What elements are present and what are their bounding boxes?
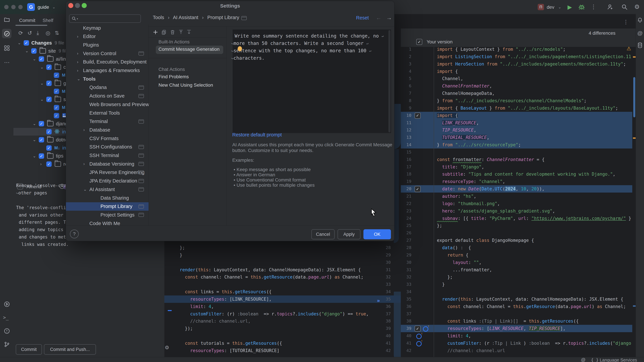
change-checkbox[interactable]: ✓ xyxy=(54,113,59,118)
change-tree-row[interactable]: ✓M↓ xyxy=(48,87,68,95)
left-code-line[interactable]: } xyxy=(174,251,381,259)
change-checkbox[interactable]: ✓ xyxy=(46,97,52,102)
change-checkbox[interactable]: ✓ xyxy=(39,121,44,126)
changed-line-gutter-icon[interactable] xyxy=(416,334,422,339)
settings-tree-item-project-settings[interactable]: Project Settings xyxy=(66,211,148,219)
changed-line-gutter-icon[interactable] xyxy=(416,341,422,347)
settings-tree-item-plugins[interactable]: Plugins xyxy=(66,41,148,49)
forward-arrow-icon[interactable]: → xyxy=(386,14,392,21)
commit-message-line[interactable]: and changes to met xyxy=(16,234,66,240)
project-tool-icon[interactable] xyxy=(4,16,10,23)
right-code-line[interactable]: data() : { xyxy=(437,244,632,251)
right-code-line[interactable]: const channel: Channel = this.getResourc… xyxy=(437,303,632,310)
right-code-line[interactable]: subtitle: "Tips and content for developm… xyxy=(437,170,632,178)
right-code-line[interactable]: render(this: LayoutContext, data: Channe… xyxy=(437,296,632,303)
editor-settings-gear-icon[interactable]: ⚙ xyxy=(165,345,169,351)
update-icon[interactable]: ⤓ xyxy=(36,30,39,36)
change-checkbox[interactable]: ✓ xyxy=(46,129,52,134)
right-code-line[interactable] xyxy=(437,148,632,156)
commit-and-push-button[interactable]: Commit and Push... xyxy=(44,344,96,355)
export-icon[interactable] xyxy=(178,29,184,36)
settings-tree-item-version-control[interactable]: ›Version Control xyxy=(66,49,148,58)
ok-button[interactable]: OK xyxy=(364,229,391,239)
settings-tree-item-editor[interactable]: ›Editor xyxy=(66,32,148,41)
settings-tree-item-database[interactable]: ›Database xyxy=(66,126,148,134)
change-tree-row[interactable]: ⌄✓tips3 xyxy=(33,152,68,160)
settings-tree-item-csv-formats[interactable]: CSV Formats xyxy=(66,134,148,143)
commit-tool-icon[interactable] xyxy=(4,30,10,37)
settings-tree-item-ssh-terminal[interactable]: SSH Terminal xyxy=(66,151,148,160)
run-config-icon[interactable]: Π xyxy=(538,4,544,10)
chunk-checkbox[interactable]: ✓ xyxy=(414,113,420,119)
settings-search-input[interactable]: ▾ xyxy=(69,14,141,23)
left-code-line[interactable]: }); xyxy=(174,325,381,332)
settings-tree-item-tools[interactable]: ⌄Tools xyxy=(66,75,148,83)
right-code-line[interactable]: import { xyxy=(437,68,632,75)
right-code-line[interactable] xyxy=(437,288,632,296)
left-code-line[interactable] xyxy=(174,259,381,266)
git-tool-icon[interactable] xyxy=(4,341,10,348)
commit-message-line[interactable]: ↪other pages xyxy=(16,190,47,195)
change-checkbox[interactable]: ✓ xyxy=(54,72,59,78)
window-minimize-button[interactable] xyxy=(11,5,16,9)
right-code-line[interactable]: hero: "/assets/django_splash_gradient.sv… xyxy=(437,207,632,215)
settings-tree-item-qodana[interactable]: Qodana xyxy=(66,83,148,92)
left-code-line[interactable] xyxy=(174,281,381,288)
right-code-line[interactable]: TUTORIAL_RESOURCE, xyxy=(437,134,632,141)
settings-tree-item-build-execution-deployment[interactable]: ›Build, Execution, Deployment xyxy=(66,58,148,66)
tab-commit[interactable]: Commit xyxy=(19,18,35,23)
change-tree-row[interactable]: ⌄✓ai/link xyxy=(33,55,68,63)
window-zoom-button[interactable] xyxy=(18,5,23,9)
action-item-find-problems[interactable]: Find Problems xyxy=(158,74,189,79)
left-code-line[interactable]: const tutorials = this.getResources({ xyxy=(174,340,381,347)
change-tree-row[interactable]: ⌄✓Changes9 file xyxy=(18,39,64,47)
help-button[interactable]: ? xyxy=(70,230,79,238)
add-prompt-button[interactable] xyxy=(152,29,158,36)
commit-message-line[interactable]: and various other xyxy=(16,213,64,218)
settings-tree-item-jpa-reverse-engineering[interactable]: JPA Reverse Engineering xyxy=(66,168,148,177)
settings-tree-item-prompt-library[interactable]: Prompt Library xyxy=(66,202,148,211)
refresh-icon[interactable]: ⟳ xyxy=(18,30,23,36)
right-code-line[interactable]: import { BaseLayout } from "../../_inclu… xyxy=(437,104,632,112)
settings-tree-item-jpa-entity-declaration[interactable]: JPA Entity Declaration xyxy=(66,177,148,185)
action-item-new-chat-using-selection[interactable]: New Chat Using Selection xyxy=(158,82,213,88)
change-tree-row[interactable]: ✓ xyxy=(48,112,67,119)
left-code-line[interactable] xyxy=(174,332,381,340)
run-button[interactable]: ▶ xyxy=(568,4,572,10)
prompt-scrollbar[interactable] xyxy=(388,30,390,132)
change-checkbox[interactable]: ✓ xyxy=(54,89,59,94)
settings-tree-item-external-tools[interactable]: External Tools xyxy=(66,109,148,117)
search-icon[interactable] xyxy=(621,4,628,11)
copy-icon[interactable] xyxy=(161,29,167,36)
breadcrumb-ai-assistant[interactable]: AI Assistant xyxy=(173,15,198,20)
change-checkbox[interactable]: ✓ xyxy=(46,64,52,70)
problems-tool-icon[interactable] xyxy=(4,328,10,335)
right-code-line[interactable]: import { xyxy=(437,112,632,119)
apply-button[interactable]: Apply xyxy=(338,229,360,239)
right-code-line[interactable]: const frontmatter: ChannelFrontmatter = … xyxy=(437,156,632,163)
right-code-line[interactable]: } from "../../_includes/resources/channe… xyxy=(437,97,632,104)
settings-tree-item-keymap[interactable]: Keymap xyxy=(66,24,148,32)
right-code-line[interactable]: LINK_RESOURCE, xyxy=(437,119,632,126)
right-code-line[interactable]: title: "Django", xyxy=(437,163,632,171)
prompt-text-line[interactable]: ↪characters. xyxy=(231,55,265,61)
right-code-line[interactable] xyxy=(437,310,632,318)
right-code-line[interactable] xyxy=(437,229,632,237)
project-widget[interactable]: guide xyxy=(38,4,49,10)
scrollbar-thumb[interactable] xyxy=(633,77,635,117)
status-mention-icon[interactable]: @ xyxy=(581,357,586,362)
right-code-line[interactable]: const links :(Tip | Link)[] = this.getRe… xyxy=(437,318,632,325)
mentions-icon[interactable]: @ xyxy=(637,30,643,36)
right-code-line[interactable]: import HeroSection from "../../_includes… xyxy=(437,60,632,68)
action-item-commit-message-generation[interactable]: Commit Message Generation xyxy=(158,46,220,52)
right-code-line[interactable]: } from "../../src/resourceType"; xyxy=(437,141,632,148)
import-icon[interactable] xyxy=(186,29,192,36)
change-checkbox[interactable]: ✓ xyxy=(46,161,52,167)
change-tree-row[interactable]: ✓inc xyxy=(40,128,68,136)
change-checkbox[interactable]: ✓ xyxy=(39,137,44,142)
more-actions-button[interactable]: ⋮ xyxy=(591,3,596,10)
reset-link[interactable]: Reset xyxy=(356,15,369,21)
cancel-button[interactable]: Cancel xyxy=(312,229,334,239)
structure-tool-icon[interactable] xyxy=(4,45,10,52)
change-tree-row[interactable]: ⌄✓django xyxy=(33,120,70,128)
